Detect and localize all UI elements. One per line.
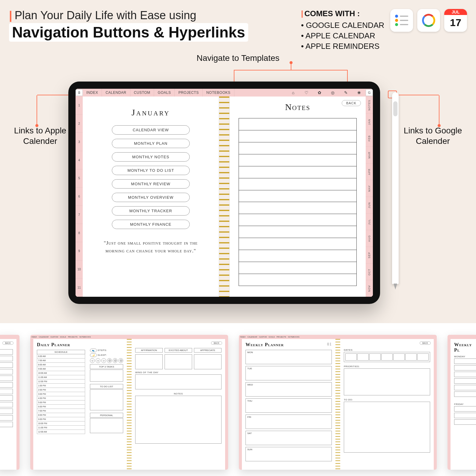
back-button[interactable]: BACK bbox=[211, 341, 222, 345]
template-health-icon[interactable]: ♡ bbox=[300, 90, 313, 95]
apple-calendar-link-icon[interactable]: 🗓 bbox=[76, 89, 83, 96]
right-page: BACK Notes bbox=[230, 97, 366, 297]
google-calendar-icon bbox=[417, 9, 440, 32]
notes-title: Notes bbox=[239, 102, 357, 112]
callout-bracket bbox=[234, 70, 348, 70]
template-target-icon[interactable]: ◎ bbox=[326, 90, 339, 95]
annotation-apple-link: Links to Apple Calender bbox=[10, 125, 70, 146]
tab-index[interactable]: INDEX bbox=[83, 89, 102, 97]
month-title: January bbox=[92, 107, 210, 118]
thumbnail-weekly-planner[interactable]: INDEXCALENDAR CUSTOMGOALS PROJECTSNOTEBO… bbox=[239, 335, 437, 470]
tab-projects[interactable]: PROJECTS bbox=[175, 89, 203, 97]
right-month-tabs[interactable]: NOTES JAN FEB MAR APR MAY JUN JUL AUG SE… bbox=[366, 97, 373, 297]
template-wellness-icon[interactable]: ✿ bbox=[313, 90, 326, 95]
template-flower-icon[interactable]: ❀ bbox=[353, 90, 366, 95]
nav-monthly-review[interactable]: MONTHLY REVIEW bbox=[112, 179, 190, 189]
promo-title: |Plan Your Daily Life with Ease using Na… bbox=[9, 9, 248, 42]
comes-with-heading: |COMES WITH : bbox=[301, 9, 384, 18]
title-line-2: Navigation Buttons & Hyperlinks bbox=[9, 23, 248, 42]
ipad-frame: 🗓 INDEX CALENDAR CUSTOM GOALS PROJECTS N… bbox=[68, 82, 380, 304]
thumbnail-partial: BACK bbox=[0, 335, 19, 470]
nav-monthly-overview[interactable]: MONTHLY OVERVIEW bbox=[112, 193, 190, 202]
nav-monthly-tracker[interactable]: MONTHLY TRACKER bbox=[112, 206, 190, 216]
left-page: January CALENDAR VIEW MONTHLY PLAN MONTH… bbox=[83, 97, 219, 297]
thumbnail-daily-planner[interactable]: INDEXCALENDAR CUSTOMGOALS PROJECTSNOTEBO… bbox=[30, 335, 228, 470]
nav-monthly-plan[interactable]: MONTHLY PLAN bbox=[112, 139, 190, 148]
template-finance-icon[interactable]: ⌂ bbox=[287, 90, 300, 95]
weekly2-title: Weekly Pl bbox=[454, 342, 476, 353]
callout-line bbox=[291, 63, 291, 70]
tab-custom[interactable]: CUSTOM bbox=[130, 89, 154, 97]
thumbnail-strip: BACK INDEXCALENDAR CUSTOMGOALS PROJECTSN… bbox=[0, 323, 476, 476]
apple-reminders-icon bbox=[390, 9, 413, 32]
title-line-1: |Plan Your Daily Life with Ease using bbox=[9, 9, 248, 22]
nav-calendar-view[interactable]: CALENDAR VIEW bbox=[112, 125, 190, 135]
nav-monthly-notes[interactable]: MONTHLY NOTES bbox=[112, 152, 190, 162]
back-button[interactable]: BACK bbox=[420, 341, 431, 345]
nav-monthly-todo[interactable]: MONTHLY TO DO LIST bbox=[112, 166, 190, 175]
callout-line bbox=[397, 95, 439, 95]
template-study-icon[interactable]: ✎ bbox=[339, 90, 353, 95]
left-number-tabs[interactable]: 1 2 3 4 5 6 7 8 9 10 11 bbox=[76, 97, 83, 297]
planner-topbar: 🗓 INDEX CALENDAR CUSTOM GOALS PROJECTS N… bbox=[76, 89, 373, 97]
back-button[interactable]: BACK bbox=[342, 100, 361, 106]
tab-goals[interactable]: GOALS bbox=[154, 89, 175, 97]
comes-with-item: APPLE REMINDERS bbox=[301, 41, 384, 52]
comes-with-block: |COMES WITH : GOOGLE CALENDAR APPLE CALE… bbox=[301, 9, 467, 52]
back-button[interactable]: BACK bbox=[2, 341, 13, 345]
stylus-pen bbox=[392, 92, 399, 284]
tab-calendar[interactable]: CALENDAR bbox=[102, 89, 130, 97]
apple-calendar-icon: JUL 17 bbox=[444, 9, 467, 32]
comes-with-item: APPLE CALENDAR bbox=[301, 31, 384, 41]
notes-lines[interactable] bbox=[239, 118, 357, 286]
comes-with-item: GOOGLE CALENDAR bbox=[301, 20, 384, 31]
nav-monthly-finance[interactable]: MONTHLY FINANCE bbox=[112, 220, 190, 229]
google-calendar-link-icon[interactable]: G bbox=[366, 89, 373, 96]
daily-title: Daily Planner bbox=[37, 342, 85, 347]
spiral-binding bbox=[219, 97, 230, 297]
thumbnail-partial: Weekly Pl MONDAY FRIDAY bbox=[448, 335, 476, 470]
tab-notebooks[interactable]: NOTEBOOKS bbox=[203, 89, 234, 97]
annotation-google-link: Links to Google Calender bbox=[400, 125, 466, 146]
weekly-title: Weekly Planner 01 bbox=[245, 342, 332, 347]
quote-text: "Just one small positive thought in the … bbox=[92, 239, 210, 254]
annotation-templates: Navigate to Templates bbox=[178, 53, 298, 63]
